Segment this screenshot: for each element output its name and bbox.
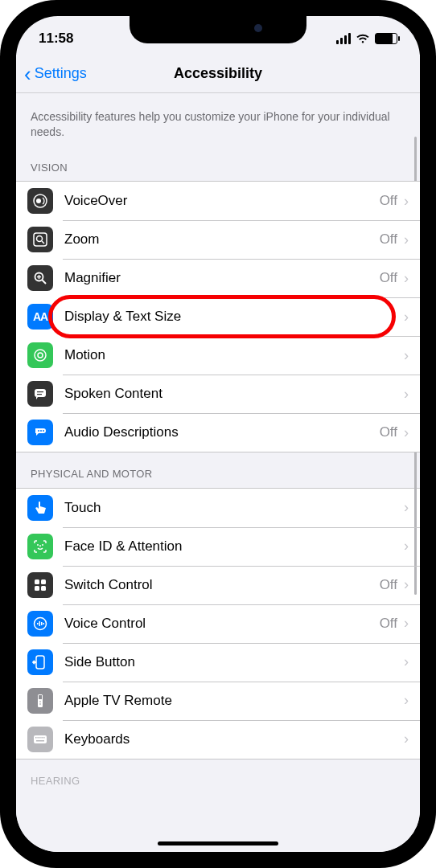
side-button-icon: [27, 649, 53, 675]
magnifier-icon: [27, 265, 53, 291]
svg-rect-36: [35, 737, 37, 739]
row-detail: Off: [380, 424, 397, 440]
chevron-right-icon: ›: [404, 309, 409, 326]
svg-rect-26: [39, 621, 41, 626]
spoken-content-icon: [27, 381, 53, 407]
audio-descriptions-icon: [27, 420, 53, 445]
chevron-right-icon: ›: [404, 231, 409, 248]
chevron-right-icon: ›: [404, 347, 409, 364]
svg-rect-20: [35, 579, 39, 584]
row-switch-control[interactable]: Switch Control Off ›: [16, 566, 420, 604]
row-label: Motion: [64, 347, 397, 363]
chevron-right-icon: ›: [404, 270, 409, 287]
row-magnifier[interactable]: Magnifier Off ›: [16, 259, 420, 297]
motion-icon: [27, 342, 53, 368]
row-detail: Off: [380, 616, 397, 632]
svg-rect-38: [39, 737, 41, 739]
apple-tv-remote-icon: [27, 688, 53, 714]
svg-rect-25: [37, 623, 39, 624]
home-indicator[interactable]: [158, 841, 278, 845]
row-motion[interactable]: Motion ›: [16, 336, 420, 375]
svg-rect-12: [37, 391, 43, 392]
phone-frame: 11:58 ‹ Settings Accessibility Accessibi…: [0, 0, 436, 868]
back-label: Settings: [35, 65, 87, 82]
row-label: Audio Descriptions: [64, 424, 380, 440]
row-voiceover[interactable]: VoiceOver Off ›: [16, 182, 420, 220]
volume-down-button: [0, 241, 2, 289]
row-label: Magnifier: [64, 270, 380, 286]
svg-point-34: [39, 703, 41, 705]
chevron-right-icon: ›: [404, 424, 409, 441]
svg-point-18: [42, 544, 43, 546]
chevron-right-icon: ›: [404, 731, 409, 747]
svg-rect-41: [36, 740, 44, 742]
svg-rect-13: [37, 394, 42, 395]
chevron-right-icon: ›: [404, 692, 409, 709]
face-id-icon: [27, 534, 53, 559]
svg-rect-40: [43, 737, 45, 739]
row-detail: Off: [380, 193, 397, 209]
chevron-right-icon: ›: [404, 653, 409, 670]
svg-point-1: [36, 199, 41, 203]
row-detail: Off: [380, 577, 397, 593]
notch: [130, 16, 306, 43]
row-detail: Off: [380, 270, 397, 286]
back-button[interactable]: ‹ Settings: [16, 63, 87, 84]
row-label: Zoom: [64, 231, 380, 248]
keyboards-icon: [27, 727, 53, 752]
row-label: Side Button: [64, 654, 397, 670]
svg-rect-2: [34, 233, 47, 246]
row-audio-descriptions[interactable]: Audio Descriptions Off ›: [16, 413, 420, 452]
status-time: 11:58: [39, 31, 73, 47]
row-label: Touch: [64, 500, 397, 516]
svg-rect-39: [42, 737, 43, 739]
svg-point-9: [35, 350, 46, 361]
svg-point-14: [43, 430, 44, 432]
group-vision: VoiceOver Off › Zoom Off › Magnifier Off…: [16, 181, 420, 452]
row-detail: Off: [380, 231, 397, 248]
svg-point-10: [38, 353, 43, 358]
svg-point-15: [40, 430, 42, 432]
svg-line-4: [42, 241, 44, 244]
svg-rect-29: [36, 656, 44, 669]
row-label: Face ID & Attention: [64, 538, 397, 555]
row-keyboards[interactable]: Keyboards ›: [16, 720, 420, 759]
svg-rect-22: [35, 586, 39, 591]
text-size-icon: AA: [27, 304, 53, 330]
battery-icon: [375, 33, 397, 44]
row-label: Apple TV Remote: [64, 693, 397, 709]
voice-control-icon: [27, 611, 53, 637]
row-face-id[interactable]: Face ID & Attention ›: [16, 527, 420, 566]
svg-rect-27: [41, 622, 43, 625]
chevron-right-icon: ›: [404, 193, 409, 210]
switch-control-icon: [27, 572, 53, 598]
row-label: Voice Control: [64, 616, 380, 632]
row-label: VoiceOver: [64, 193, 380, 209]
row-zoom[interactable]: Zoom Off ›: [16, 220, 420, 259]
screen: 11:58 ‹ Settings Accessibility Accessibi…: [16, 16, 420, 852]
row-display-text-size[interactable]: AA Display & Text Size ›: [16, 297, 420, 336]
row-label: Keyboards: [64, 731, 397, 747]
navigation-bar: ‹ Settings Accessibility: [16, 55, 420, 93]
row-label: Switch Control: [64, 577, 380, 593]
row-apple-tv-remote[interactable]: Apple TV Remote ›: [16, 682, 420, 720]
chevron-left-icon: ‹: [24, 63, 31, 84]
intro-text: Accessibility features help you customiz…: [16, 93, 420, 146]
content-scroll[interactable]: Accessibility features help you customiz…: [16, 93, 420, 852]
row-touch[interactable]: Touch ›: [16, 489, 420, 527]
svg-rect-28: [43, 623, 45, 624]
svg-rect-11: [35, 389, 46, 397]
chevron-right-icon: ›: [404, 538, 409, 555]
section-header-vision: VISION: [16, 146, 420, 182]
row-label: Spoken Content: [64, 386, 397, 402]
chevron-right-icon: ›: [404, 576, 409, 593]
chevron-right-icon: ›: [404, 499, 409, 516]
row-voice-control[interactable]: Voice Control Off ›: [16, 604, 420, 643]
volume-up-button: [0, 177, 2, 225]
svg-rect-23: [41, 586, 46, 591]
zoom-icon: [27, 227, 53, 252]
row-spoken-content[interactable]: Spoken Content ›: [16, 375, 420, 413]
row-side-button[interactable]: Side Button ›: [16, 643, 420, 682]
svg-rect-21: [41, 579, 46, 584]
section-header-hearing: HEARING: [16, 760, 420, 795]
